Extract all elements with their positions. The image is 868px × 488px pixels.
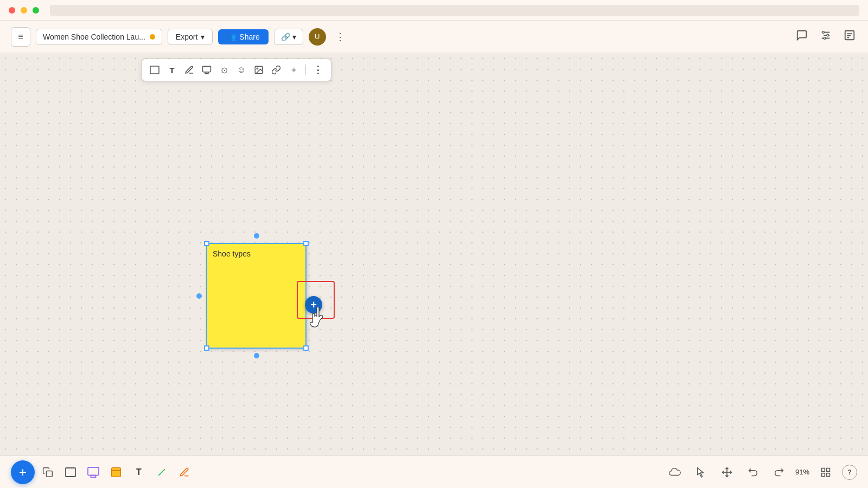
copy-tool-btn[interactable] xyxy=(38,463,58,482)
text-tool-btn-bottom[interactable]: T xyxy=(129,463,149,482)
doc-title[interactable]: Women Shoe Collection Lau... xyxy=(36,29,162,45)
link-tool-btn[interactable] xyxy=(269,62,284,78)
zoom-level: 91% xyxy=(795,468,809,476)
resize-handle-bl[interactable] xyxy=(204,345,209,351)
svg-rect-10 xyxy=(150,66,159,74)
more-tool-btn[interactable]: ⋮ xyxy=(310,62,326,78)
help-button[interactable]: ? xyxy=(842,465,857,480)
title-bar-input xyxy=(50,5,859,16)
hamburger-icon: ≡ xyxy=(18,32,23,42)
activity-icon xyxy=(844,29,856,44)
svg-rect-16 xyxy=(66,468,75,477)
activity-button[interactable] xyxy=(842,29,857,44)
resize-handle-left[interactable] xyxy=(196,293,202,299)
line-tool-btn[interactable] xyxy=(152,463,171,482)
embed-tool-btn[interactable] xyxy=(199,62,214,78)
text-tool-btn[interactable]: T xyxy=(164,62,180,78)
plus-icon: + xyxy=(310,299,317,311)
settings-icon xyxy=(820,29,832,44)
svg-rect-19 xyxy=(112,467,121,477)
svg-point-5 xyxy=(824,37,826,40)
settings-button[interactable] xyxy=(818,29,833,44)
svg-rect-17 xyxy=(88,467,99,475)
svg-point-3 xyxy=(822,31,825,34)
sparkle-badge: ✦ xyxy=(31,459,36,465)
share-button[interactable]: 👥 Share xyxy=(218,29,268,44)
redo-button[interactable] xyxy=(769,463,789,482)
canvas[interactable]: T ⊙ ☺ ✦ ⋮ Shoe xyxy=(0,53,868,455)
collab-button[interactable]: 🔗 ▾ xyxy=(274,29,303,45)
svg-rect-11 xyxy=(203,66,211,72)
sticky-note[interactable]: Shoe types xyxy=(206,243,307,349)
comment-button[interactable] xyxy=(794,29,809,44)
sticky-note-text: Shoe types xyxy=(213,249,251,258)
menu-button[interactable]: ≡ xyxy=(11,27,30,47)
collab-icon: 🔗 xyxy=(281,33,290,41)
frame-tool-btn[interactable] xyxy=(147,62,162,78)
share-icon: 👥 xyxy=(227,33,236,41)
header: ≡ Women Shoe Collection Lau... Export ▾ … xyxy=(0,21,868,53)
highlight-tool-btn[interactable] xyxy=(175,463,194,482)
svg-rect-26 xyxy=(827,473,830,476)
more-icon: ⋮ xyxy=(335,31,345,43)
bottom-right: 91% ? xyxy=(665,463,857,482)
avatar[interactable]: U xyxy=(309,28,326,46)
export-chevron-icon: ▾ xyxy=(201,33,205,41)
svg-rect-15 xyxy=(47,471,53,477)
traffic-light-close[interactable] xyxy=(9,7,15,14)
comment-icon xyxy=(796,29,808,44)
header-right xyxy=(794,29,857,44)
traffic-light-minimize[interactable] xyxy=(21,7,27,14)
doc-title-text: Women Shoe Collection Lau... xyxy=(43,33,145,41)
frame-tool-btn-bottom[interactable] xyxy=(61,463,80,482)
select-tool-btn[interactable] xyxy=(691,463,711,482)
add-main-button[interactable]: + ✦ xyxy=(11,460,35,484)
embed-tool-btn-bottom[interactable] xyxy=(84,463,103,482)
doc-status-dot xyxy=(150,34,155,40)
traffic-light-maximize[interactable] xyxy=(33,7,39,14)
title-bar xyxy=(0,0,868,21)
undo-button[interactable] xyxy=(743,463,763,482)
svg-line-21 xyxy=(158,469,165,476)
resize-handle-bottom[interactable] xyxy=(254,353,259,358)
resize-handle-br[interactable] xyxy=(303,345,309,351)
sticky-tool-btn[interactable] xyxy=(106,463,126,482)
svg-rect-27 xyxy=(822,473,825,476)
add-node-button[interactable]: + xyxy=(305,296,322,313)
cloud-button[interactable] xyxy=(665,463,685,482)
more-button[interactable]: ⋮ xyxy=(331,28,349,46)
svg-rect-12 xyxy=(205,72,208,74)
grid-button[interactable] xyxy=(816,463,835,482)
bottom-toolbar: + ✦ T xyxy=(0,455,868,488)
image-tool-btn[interactable] xyxy=(251,62,266,78)
export-button[interactable]: Export ▾ xyxy=(168,29,213,45)
export-label: Export xyxy=(176,33,197,41)
move-tool-btn[interactable] xyxy=(717,463,737,482)
resize-handle-top[interactable] xyxy=(254,233,259,239)
resize-handle-tl[interactable] xyxy=(204,241,209,246)
svg-point-4 xyxy=(827,34,829,36)
share-label: Share xyxy=(239,33,259,41)
add-main-icon: + xyxy=(19,466,27,479)
collab-chevron-icon: ▾ xyxy=(292,33,296,41)
resize-handle-tr[interactable] xyxy=(303,241,309,246)
pen-tool-btn[interactable] xyxy=(182,62,197,78)
svg-rect-25 xyxy=(827,468,830,471)
wheel-icon-btn[interactable]: ⊙ xyxy=(216,62,232,78)
sparkle-tool-btn[interactable]: ✦ xyxy=(286,62,301,78)
toolbar-divider xyxy=(305,65,306,75)
emoji-tool-btn[interactable]: ☺ xyxy=(234,62,249,78)
svg-rect-18 xyxy=(91,475,95,477)
svg-point-14 xyxy=(257,68,258,69)
floating-toolbar: T ⊙ ☺ ✦ ⋮ xyxy=(141,59,331,81)
svg-rect-24 xyxy=(822,468,825,471)
